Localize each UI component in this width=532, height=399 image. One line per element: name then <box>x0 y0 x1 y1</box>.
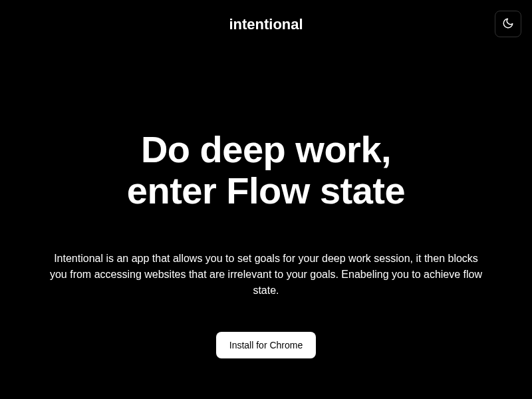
hero-section: Do deep work, enter Flow state Intention… <box>0 49 532 358</box>
hero-description: Intentional is an app that allows you to… <box>47 251 485 299</box>
hero-headline: Do deep work, enter Flow state <box>27 129 505 211</box>
headline-line-2: enter Flow state <box>127 170 405 211</box>
brand-title: intentional <box>229 16 303 33</box>
headline-line-1: Do deep work, <box>141 128 391 170</box>
header: intentional <box>0 0 532 49</box>
moon-icon <box>502 17 514 31</box>
cta-container: Install for Chrome <box>27 332 505 358</box>
install-chrome-button[interactable]: Install for Chrome <box>216 332 316 358</box>
theme-toggle-button[interactable] <box>495 11 521 37</box>
